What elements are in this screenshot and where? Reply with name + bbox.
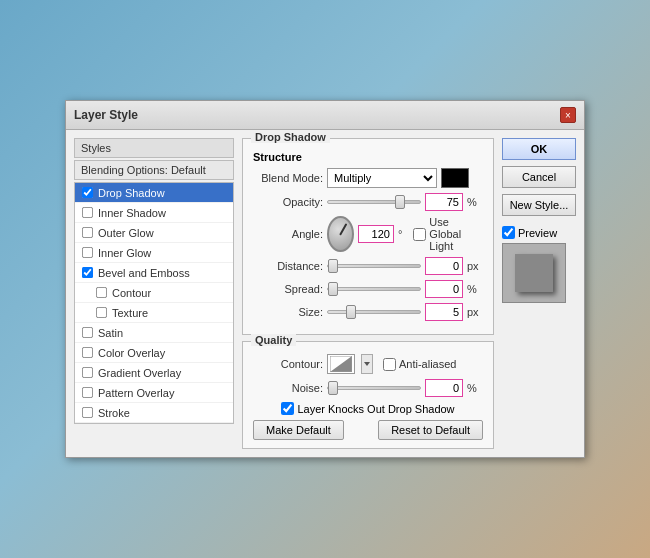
new-style-button[interactable]: New Style... bbox=[502, 194, 576, 216]
blending-options-item[interactable]: Blending Options: Default bbox=[74, 160, 234, 180]
quality-section-title: Quality bbox=[251, 334, 296, 346]
size-row: Size: px bbox=[253, 303, 483, 321]
make-default-button[interactable]: Make Default bbox=[253, 420, 344, 440]
contour-checkbox[interactable] bbox=[96, 287, 107, 298]
styles-label[interactable]: Styles bbox=[74, 138, 234, 158]
anti-aliased-checkbox[interactable] bbox=[383, 358, 396, 371]
blend-mode-row: Blend Mode: Multiply Normal Screen Overl… bbox=[253, 168, 483, 188]
spread-input[interactable] bbox=[425, 280, 463, 298]
svg-marker-0 bbox=[330, 356, 352, 372]
distance-slider[interactable] bbox=[327, 259, 421, 273]
angle-row: Angle: ° Use Global Light bbox=[253, 216, 483, 252]
sidebar-item-satin[interactable]: Satin bbox=[75, 323, 233, 343]
spread-row: Spread: % bbox=[253, 280, 483, 298]
noise-unit: % bbox=[467, 382, 483, 394]
anti-aliased-label: Anti-aliased bbox=[383, 358, 456, 371]
noise-row: Noise: % bbox=[253, 379, 483, 397]
opacity-slider[interactable] bbox=[327, 195, 421, 209]
preview-inner bbox=[515, 254, 553, 292]
spread-unit: % bbox=[467, 283, 483, 295]
outer-glow-checkbox[interactable] bbox=[82, 227, 93, 238]
sidebar-item-outer-glow[interactable]: Outer Glow bbox=[75, 223, 233, 243]
svg-marker-2 bbox=[364, 362, 370, 366]
layer-style-dialog: Layer Style × Styles Blending Options: D… bbox=[65, 100, 585, 458]
inner-shadow-checkbox[interactable] bbox=[82, 207, 93, 218]
distance-label: Distance: bbox=[253, 260, 323, 272]
distance-row: Distance: px bbox=[253, 257, 483, 275]
quality-section: Quality Contour: bbox=[242, 341, 494, 449]
noise-input[interactable] bbox=[425, 379, 463, 397]
spread-label: Spread: bbox=[253, 283, 323, 295]
drop-shadow-section-title: Drop Shadow bbox=[251, 131, 330, 143]
angle-input[interactable] bbox=[358, 225, 394, 243]
noise-slider[interactable] bbox=[327, 381, 421, 395]
drop-shadow-section: Drop Shadow Structure Blend Mode: Multip… bbox=[242, 138, 494, 335]
stroke-checkbox[interactable] bbox=[82, 407, 93, 418]
opacity-input[interactable] bbox=[425, 193, 463, 211]
main-panel: Drop Shadow Structure Blend Mode: Multip… bbox=[242, 138, 494, 449]
sidebar-item-pattern-overlay[interactable]: Pattern Overlay bbox=[75, 383, 233, 403]
layer-knocks-out-checkbox[interactable] bbox=[281, 402, 294, 415]
opacity-row: Opacity: % bbox=[253, 193, 483, 211]
size-input[interactable] bbox=[425, 303, 463, 321]
sidebar-item-inner-shadow[interactable]: Inner Shadow bbox=[75, 203, 233, 223]
spread-slider[interactable] bbox=[327, 282, 421, 296]
blend-mode-label: Blend Mode: bbox=[253, 172, 323, 184]
sidebar-item-drop-shadow[interactable]: Drop Shadow bbox=[75, 183, 233, 203]
pattern-overlay-checkbox[interactable] bbox=[82, 387, 93, 398]
preview-checkbox[interactable] bbox=[502, 226, 515, 239]
layer-knocks-out-row: Layer Knocks Out Drop Shadow bbox=[253, 402, 483, 415]
sidebar-item-stroke[interactable]: Stroke bbox=[75, 403, 233, 423]
button-column: OK Cancel New Style... Preview bbox=[502, 138, 576, 449]
dialog-body: Styles Blending Options: Default Drop Sh… bbox=[66, 130, 584, 457]
noise-label: Noise: bbox=[253, 382, 323, 394]
structure-label: Structure bbox=[253, 151, 483, 163]
cancel-button[interactable]: Cancel bbox=[502, 166, 576, 188]
left-items-list: Drop Shadow Inner Shadow Outer Glow Inne… bbox=[74, 182, 234, 424]
contour-label: Contour: bbox=[253, 358, 323, 370]
left-panel: Styles Blending Options: Default Drop Sh… bbox=[74, 138, 234, 449]
contour-thumbnail[interactable] bbox=[327, 354, 355, 374]
size-unit: px bbox=[467, 306, 483, 318]
color-overlay-checkbox[interactable] bbox=[82, 347, 93, 358]
sidebar-item-bevel-emboss[interactable]: Bevel and Emboss bbox=[75, 263, 233, 283]
title-bar: Layer Style × bbox=[66, 101, 584, 130]
preview-check-row: Preview bbox=[502, 226, 576, 239]
distance-input[interactable] bbox=[425, 257, 463, 275]
contour-row: Contour: Anti-aliased bbox=[253, 354, 483, 374]
angle-unit: ° bbox=[398, 228, 409, 240]
sidebar-item-contour[interactable]: Contour bbox=[75, 283, 233, 303]
distance-unit: px bbox=[467, 260, 483, 272]
opacity-label: Opacity: bbox=[253, 196, 323, 208]
inner-glow-checkbox[interactable] bbox=[82, 247, 93, 258]
sidebar-item-color-overlay[interactable]: Color Overlay bbox=[75, 343, 233, 363]
blend-mode-select[interactable]: Multiply Normal Screen Overlay bbox=[327, 168, 437, 188]
angle-label: Angle: bbox=[253, 228, 323, 240]
use-global-light-label: Use Global Light bbox=[413, 216, 483, 252]
gradient-overlay-checkbox[interactable] bbox=[82, 367, 93, 378]
satin-checkbox[interactable] bbox=[82, 327, 93, 338]
action-buttons-row: Make Default Reset to Default bbox=[253, 420, 483, 440]
preview-area: Preview bbox=[502, 226, 576, 303]
quality-content: Contour: Anti-aliased bbox=[253, 354, 483, 440]
drop-shadow-checkbox[interactable] bbox=[82, 187, 93, 198]
texture-checkbox[interactable] bbox=[96, 307, 107, 318]
structure-section: Structure Blend Mode: Multiply Normal Sc… bbox=[253, 151, 483, 321]
dialog-title: Layer Style bbox=[74, 108, 138, 122]
bevel-emboss-checkbox[interactable] bbox=[82, 267, 93, 278]
contour-dropdown-btn[interactable] bbox=[361, 354, 373, 374]
sidebar-item-inner-glow[interactable]: Inner Glow bbox=[75, 243, 233, 263]
preview-box bbox=[502, 243, 566, 303]
reset-to-default-button[interactable]: Reset to Default bbox=[378, 420, 483, 440]
sidebar-item-texture[interactable]: Texture bbox=[75, 303, 233, 323]
shadow-color-swatch[interactable] bbox=[441, 168, 469, 188]
close-button[interactable]: × bbox=[560, 107, 576, 123]
size-slider[interactable] bbox=[327, 305, 421, 319]
use-global-light-checkbox[interactable] bbox=[413, 228, 426, 241]
angle-knob[interactable] bbox=[327, 216, 354, 252]
opacity-unit: % bbox=[467, 196, 483, 208]
sidebar-item-gradient-overlay[interactable]: Gradient Overlay bbox=[75, 363, 233, 383]
size-label: Size: bbox=[253, 306, 323, 318]
ok-button[interactable]: OK bbox=[502, 138, 576, 160]
